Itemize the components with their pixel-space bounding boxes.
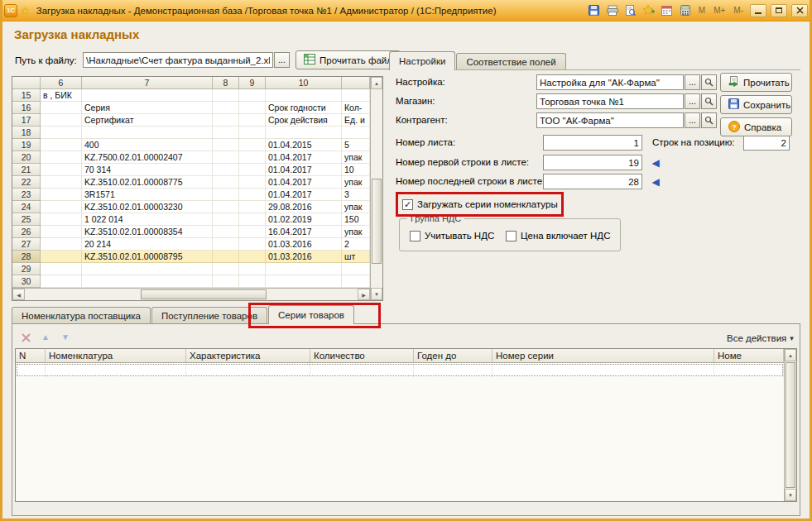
save-icon[interactable] xyxy=(587,3,602,17)
grid-cell[interactable] xyxy=(266,89,342,102)
grid-cell[interactable]: 20 214 xyxy=(82,238,213,251)
bottom-table-column-header[interactable]: Номер серии xyxy=(492,349,714,363)
grid-vscroll-track[interactable] xyxy=(371,89,382,288)
grid-cell[interactable]: Ед. и xyxy=(342,114,370,127)
grid-cell[interactable]: 01.04.2017 xyxy=(266,151,342,164)
print-preview-icon[interactable] xyxy=(623,3,638,17)
kontragent-input[interactable] xyxy=(536,112,684,128)
tab-supplier-nomenclature[interactable]: Номенклатура поставщика xyxy=(12,307,151,323)
nastroika-browse-button[interactable]: ... xyxy=(685,74,700,90)
grid-cell[interactable]: упак xyxy=(342,151,370,164)
grid-cell[interactable] xyxy=(239,226,266,238)
grid-cell[interactable] xyxy=(239,151,266,164)
grid-cell[interactable] xyxy=(342,263,370,275)
file-path-input[interactable] xyxy=(83,52,273,68)
tab-goods-series[interactable]: Серии товаров xyxy=(268,305,354,324)
tab-goods-receipt[interactable]: Поступление товаров xyxy=(151,307,267,323)
grid-cell[interactable] xyxy=(266,127,342,139)
grid-row[interactable]: 20KZ.7500.02.01.0000240701.04.2017упак xyxy=(12,151,370,164)
grid-cell[interactable] xyxy=(213,189,239,201)
last-row-pick-button[interactable]: ◀ xyxy=(646,174,665,189)
grid-cell[interactable] xyxy=(342,127,370,139)
grid-row[interactable]: 2170 31401.04.201710 xyxy=(12,164,370,176)
grid-row[interactable]: 16СерияСрок годностиКол- xyxy=(12,102,370,114)
grid-cell[interactable] xyxy=(41,275,82,288)
tab-field-mapping[interactable]: Соответствие полей xyxy=(456,53,565,69)
grid-cell[interactable] xyxy=(41,189,82,201)
load-series-checkbox[interactable]: ✓ xyxy=(402,199,413,210)
table-vscroll-thumb[interactable] xyxy=(786,362,795,488)
grid-cell[interactable] xyxy=(239,213,266,226)
grid-row-number[interactable]: 22 xyxy=(12,176,41,189)
grid-row[interactable]: 18 xyxy=(12,127,370,139)
last-row-input[interactable] xyxy=(543,174,642,189)
grid-row-number[interactable]: 26 xyxy=(12,226,41,238)
grid-cell[interactable] xyxy=(82,127,213,139)
grid-cell[interactable]: 150 xyxy=(342,213,370,226)
grid-cell[interactable] xyxy=(213,251,239,263)
grid-cell[interactable] xyxy=(213,127,239,139)
grid-hscroll-thumb[interactable] xyxy=(141,289,267,299)
grid-row[interactable]: 22KZ.3510.02.01.0000877501.04.2017упак xyxy=(12,176,370,189)
close-button[interactable] xyxy=(791,4,808,17)
grid-column-header[interactable]: 7 xyxy=(82,77,213,89)
bottom-table-column-header[interactable]: Номенклатура xyxy=(46,349,186,363)
grid-cell[interactable]: Кол- xyxy=(342,102,370,114)
vat-included-label[interactable]: Цена включает НДС xyxy=(521,231,610,241)
grid-cell[interactable] xyxy=(239,139,266,151)
grid-cell[interactable] xyxy=(41,127,82,139)
grid-cell[interactable]: 1 022 014 xyxy=(82,213,213,226)
rows-per-position-input[interactable] xyxy=(743,135,790,151)
delete-row-button[interactable] xyxy=(18,330,33,345)
grid-cell[interactable] xyxy=(213,213,239,226)
grid-cell[interactable]: 3 xyxy=(342,189,370,201)
scroll-right-icon[interactable]: ▶ xyxy=(358,289,370,300)
all-actions-button[interactable]: Все действия ▾ xyxy=(722,330,799,347)
grid-cell[interactable] xyxy=(41,238,82,251)
grid-cell[interactable]: 01.02.2019 xyxy=(266,213,342,226)
grid-vscroll-thumb[interactable] xyxy=(372,179,382,264)
grid-cell[interactable]: 10 xyxy=(342,164,370,176)
grid-cell[interactable] xyxy=(41,164,82,176)
grid-row[interactable]: 30 xyxy=(12,275,370,288)
grid-row[interactable]: 28KZ.3510.02.01.0000879501.03.2016шт xyxy=(12,251,370,263)
grid-cell[interactable]: упак xyxy=(342,226,370,238)
grid-cell[interactable] xyxy=(213,139,239,151)
grid-cell[interactable]: Срок действия xyxy=(266,114,342,127)
read-button[interactable]: Прочитать xyxy=(720,73,792,92)
calc-memory-minus-button[interactable]: М- xyxy=(731,6,746,15)
bottom-empty-row[interactable] xyxy=(16,363,784,377)
grid-row[interactable]: 29 xyxy=(12,263,370,275)
grid-cell[interactable] xyxy=(41,102,82,114)
file-browse-button[interactable]: ... xyxy=(274,52,290,68)
grid-cell[interactable] xyxy=(239,102,266,114)
grid-column-header[interactable]: 10 xyxy=(266,77,342,89)
grid-cell[interactable] xyxy=(239,176,266,189)
bottom-table-column-header[interactable]: N xyxy=(16,349,46,363)
grid-row-number[interactable]: 23 xyxy=(12,189,41,201)
grid-cell[interactable]: шт xyxy=(342,251,370,263)
grid-cell[interactable]: KZ.3510.02.01.00008354 xyxy=(82,226,213,238)
scroll-down-icon[interactable]: ▼ xyxy=(785,489,796,501)
grid-cell[interactable]: KZ.3510.02.01.00008775 xyxy=(82,176,213,189)
grid-row-number[interactable]: 24 xyxy=(12,201,41,213)
grid-cell[interactable] xyxy=(239,263,266,275)
grid-cell[interactable]: 16.04.2017 xyxy=(266,226,342,238)
grid-cell[interactable] xyxy=(213,176,239,189)
calc-memory-plus-button[interactable]: М+ xyxy=(711,6,728,15)
grid-cell[interactable] xyxy=(41,226,82,238)
scroll-left-icon[interactable]: ◀ xyxy=(12,289,25,300)
grid-row[interactable]: 233R157101.04.20173 xyxy=(12,189,370,201)
grid-cell[interactable] xyxy=(82,263,213,275)
grid-cell[interactable] xyxy=(239,251,266,263)
grid-cell[interactable] xyxy=(239,114,266,127)
print-icon[interactable] xyxy=(605,3,620,17)
grid-cell[interactable]: 01.04.2017 xyxy=(266,164,342,176)
grid-cell[interactable] xyxy=(239,164,266,176)
grid-row-number[interactable]: 27 xyxy=(12,238,41,251)
grid-row[interactable]: 251 022 01401.02.2019150 xyxy=(12,213,370,226)
grid-cell[interactable] xyxy=(41,263,82,275)
grid-cell[interactable]: 01.04.2017 xyxy=(266,176,342,189)
grid-row[interactable]: 15в , БИК xyxy=(12,89,370,102)
grid-column-header[interactable]: 9 xyxy=(239,77,266,89)
